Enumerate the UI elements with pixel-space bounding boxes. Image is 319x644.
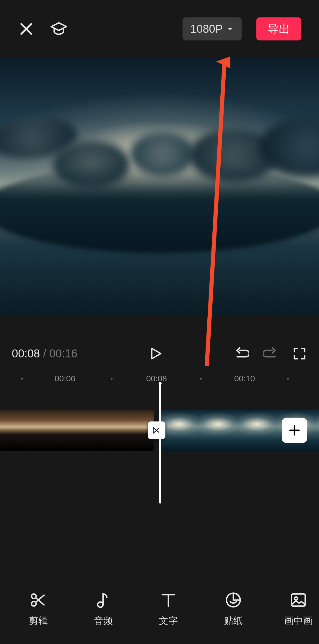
image-icon	[289, 591, 307, 609]
ruler-mark: 00:06	[55, 374, 75, 383]
clip-1[interactable]	[0, 410, 154, 451]
video-preview[interactable]	[0, 58, 319, 372]
resolution-button[interactable]: 1080P	[183, 17, 242, 40]
tool-audio[interactable]: 音频	[77, 591, 130, 627]
scissors-icon	[29, 591, 48, 609]
svg-point-13	[294, 597, 297, 600]
music-note-icon	[94, 591, 113, 609]
play-icon[interactable]	[148, 346, 163, 361]
ruler-mark: 00:08	[146, 374, 167, 383]
playback-controls: 00:08 / 00:16	[0, 336, 319, 371]
ruler-mark: 00:10	[234, 374, 255, 383]
svg-point-8	[98, 602, 103, 607]
tool-pip[interactable]: 画中画	[272, 591, 319, 627]
time-display: 00:08 / 00:16	[12, 347, 77, 360]
tool-sticker[interactable]: 贴纸	[207, 591, 260, 627]
svg-rect-12	[292, 594, 305, 606]
export-label: 导出	[268, 22, 290, 37]
academy-icon[interactable]	[50, 20, 68, 38]
sticker-icon	[224, 591, 242, 609]
resolution-label: 1080P	[190, 23, 223, 35]
duration: 00:16	[49, 347, 77, 360]
transition-button[interactable]	[148, 421, 165, 439]
video-editor-screen: 1080P 导出 00:08 / 00:16	[0, 0, 319, 644]
top-bar: 1080P 导出	[0, 0, 319, 58]
svg-point-5	[32, 601, 36, 606]
svg-point-4	[32, 594, 36, 599]
timeline[interactable]: 00:06 00:08 00:10	[0, 371, 319, 574]
bottom-toolbar: 剪辑 音频 文字 贴纸 画中画 特	[0, 574, 319, 644]
playhead[interactable]	[159, 383, 161, 504]
current-time: 00:08	[12, 347, 40, 360]
tool-edit[interactable]: 剪辑	[12, 591, 65, 627]
close-icon[interactable]	[18, 20, 35, 37]
undo-icon[interactable]	[234, 346, 249, 361]
fullscreen-icon[interactable]	[292, 346, 307, 361]
preview-area: 00:08 / 00:16	[0, 58, 319, 372]
text-icon	[159, 591, 178, 609]
plus-icon	[288, 424, 301, 437]
redo-icon[interactable]	[263, 346, 278, 361]
tool-text[interactable]: 文字	[142, 591, 195, 627]
chevron-down-icon	[226, 25, 234, 33]
add-clip-button[interactable]	[282, 418, 307, 443]
export-button[interactable]: 导出	[256, 17, 301, 40]
